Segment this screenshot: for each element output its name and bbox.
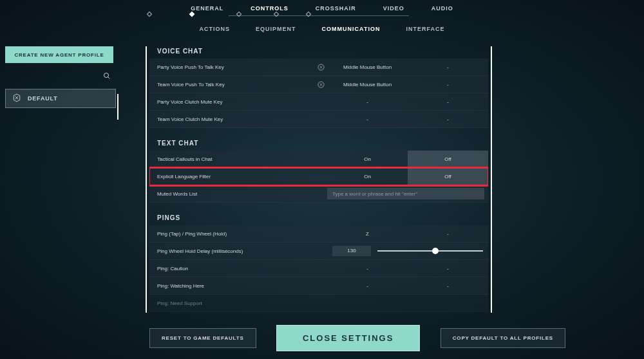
binding-primary[interactable]: - bbox=[327, 99, 408, 105]
close-settings-button[interactable]: CLOSE SETTINGS bbox=[276, 325, 420, 351]
section-voice-chat: VOICE CHAT bbox=[149, 42, 488, 59]
row-label: Ping: Need Support bbox=[157, 300, 327, 306]
row-label: Party Voice Clutch Mute Key bbox=[157, 99, 314, 105]
binding-secondary[interactable]: - bbox=[408, 82, 488, 87]
bottom-bar: RESET TO GAME DEFAULTS CLOSE SETTINGS CO… bbox=[149, 325, 565, 351]
svg-point-0 bbox=[104, 73, 109, 78]
row-label: Team Voice Clutch Mute Key bbox=[157, 116, 314, 122]
toggle-on[interactable]: On bbox=[327, 168, 408, 185]
toggle-off[interactable]: Off bbox=[408, 168, 488, 185]
row-tactical-callouts: Tactical Callouts in Chat On Off bbox=[149, 151, 488, 168]
clear-binding-icon[interactable] bbox=[314, 81, 327, 88]
sub-nav: ACTIONS EQUIPMENT COMMUNICATION INTERFAC… bbox=[0, 26, 644, 32]
row-label: Explicit Language Filter bbox=[157, 174, 327, 180]
section-pings: PINGS bbox=[149, 209, 488, 225]
binding-primary[interactable]: Middle Mouse Button bbox=[327, 64, 408, 70]
row-team-clutch-mute: Team Voice Clutch Mute Key - - bbox=[149, 111, 488, 128]
binding-secondary[interactable]: - bbox=[408, 266, 488, 272]
subtab-equipment[interactable]: EQUIPMENT bbox=[256, 26, 296, 32]
binding-secondary[interactable]: - bbox=[408, 64, 488, 70]
row-label: Team Voice Push To Talk Key bbox=[157, 82, 314, 87]
profile-divider bbox=[117, 94, 118, 120]
binding-primary[interactable]: - bbox=[327, 283, 408, 289]
svg-line-1 bbox=[108, 77, 110, 79]
row-label: Ping: Caution bbox=[157, 266, 327, 272]
row-explicit-language-filter: Explicit Language Filter On Off bbox=[149, 168, 488, 185]
binding-secondary[interactable]: - bbox=[408, 99, 488, 105]
row-label: Ping (Tap) / Ping Wheel (Hold) bbox=[157, 231, 327, 237]
row-label: Ping Wheel Hold Delay (milliseconds) bbox=[157, 248, 327, 254]
row-ping-wheel: Ping (Tap) / Ping Wheel (Hold) Z - bbox=[149, 225, 488, 243]
binding-primary[interactable]: Middle Mouse Button bbox=[327, 82, 408, 87]
settings-content: VOICE CHAT Party Voice Push To Talk Key … bbox=[149, 42, 488, 313]
binding-secondary[interactable]: - bbox=[408, 231, 488, 237]
binding-primary[interactable]: Z bbox=[327, 231, 408, 237]
slider-value[interactable]: 130 bbox=[332, 246, 371, 256]
row-ping-caution: Ping: Caution - - bbox=[149, 260, 488, 277]
row-party-voice-ptt: Party Voice Push To Talk Key Middle Mous… bbox=[149, 59, 488, 76]
toggle-on[interactable]: On bbox=[327, 151, 408, 167]
profile-item-default[interactable]: DEFAULT bbox=[5, 89, 116, 108]
row-party-clutch-mute: Party Voice Clutch Mute Key - - bbox=[149, 93, 488, 111]
row-ping-delay: Ping Wheel Hold Delay (milliseconds) 130 bbox=[149, 243, 488, 260]
reset-defaults-button[interactable]: RESET TO GAME DEFAULTS bbox=[149, 328, 256, 348]
subtab-actions[interactable]: ACTIONS bbox=[200, 26, 231, 32]
binding-secondary[interactable]: - bbox=[408, 116, 488, 122]
row-label: Muted Words List bbox=[157, 191, 327, 197]
row-muted-words: Muted Words List Type a word or phrase a… bbox=[149, 185, 488, 203]
row-ping-watching: Ping: Watching Here - - bbox=[149, 277, 488, 295]
sidebar: CREATE NEW AGENT PROFILE DEFAULT bbox=[5, 46, 116, 108]
slider-thumb[interactable] bbox=[432, 248, 439, 254]
binding-secondary[interactable]: - bbox=[408, 283, 488, 289]
create-profile-button[interactable]: CREATE NEW AGENT PROFILE bbox=[5, 46, 113, 63]
row-label: Tactical Callouts in Chat bbox=[157, 156, 327, 162]
row-label: Ping: Watching Here bbox=[157, 283, 327, 289]
profile-label: DEFAULT bbox=[28, 95, 57, 102]
scroll-indicator-right[interactable] bbox=[491, 46, 492, 313]
slider-track[interactable] bbox=[377, 250, 483, 252]
search-icon[interactable] bbox=[103, 71, 111, 82]
row-team-voice-ptt: Team Voice Push To Talk Key Middle Mouse… bbox=[149, 76, 488, 93]
muted-words-input[interactable]: Type a word or phrase and hit "enter" bbox=[327, 188, 484, 199]
section-text-chat: TEXT CHAT bbox=[149, 134, 488, 151]
subtab-interface[interactable]: INTERFACE bbox=[406, 26, 444, 32]
row-label: Party Voice Push To Talk Key bbox=[157, 64, 314, 70]
row-ping-need-support: Ping: Need Support bbox=[149, 295, 488, 312]
scroll-indicator-left bbox=[146, 46, 147, 313]
copy-default-button[interactable]: COPY DEFAULT TO ALL PROFILES bbox=[440, 328, 565, 348]
profile-icon bbox=[12, 93, 21, 104]
subtab-communication[interactable]: COMMUNICATION bbox=[322, 26, 381, 32]
clear-binding-icon[interactable] bbox=[314, 64, 327, 71]
nav-diamonds bbox=[0, 12, 644, 16]
toggle-off[interactable]: Off bbox=[408, 151, 488, 167]
binding-primary[interactable]: - bbox=[327, 266, 408, 272]
binding-primary[interactable]: - bbox=[327, 116, 408, 122]
